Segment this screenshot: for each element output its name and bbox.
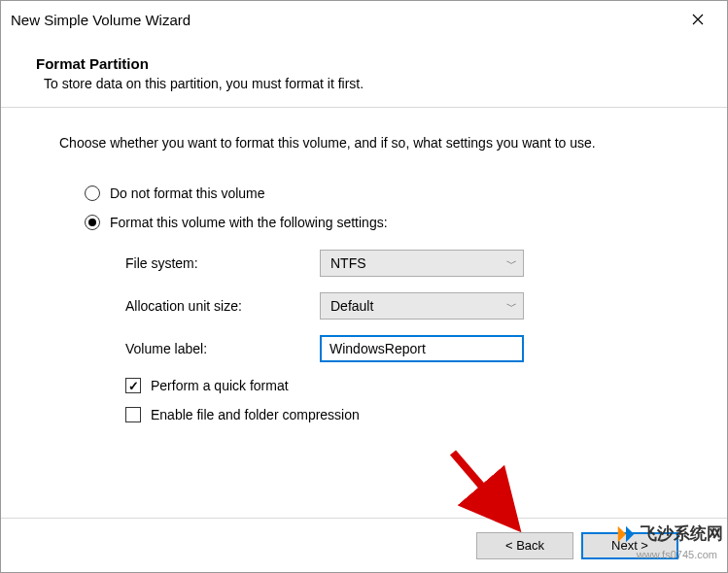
radio-icon	[85, 185, 100, 201]
format-radio-group: Do not format this volume Format this vo…	[85, 185, 692, 230]
page-subtitle: To store data on this partition, you mus…	[44, 76, 692, 91]
window-title: New Simple Volume Wizard	[11, 12, 191, 28]
wizard-header: Format Partition To store data on this p…	[1, 38, 727, 107]
allocation-row: Allocation unit size: Default ﹀	[125, 292, 692, 320]
close-button[interactable]	[678, 5, 717, 34]
quick-format-label: Perform a quick format	[151, 378, 289, 393]
radio-icon-checked	[85, 215, 100, 230]
compression-label: Enable file and folder compression	[151, 407, 360, 422]
allocation-value: Default	[330, 298, 373, 314]
chevron-down-icon: ﹀	[506, 299, 517, 314]
checkbox-icon	[125, 407, 141, 422]
page-title: Format Partition	[36, 55, 692, 72]
format-settings: File system: NTFS ﹀ Allocation unit size…	[125, 250, 692, 362]
file-system-select[interactable]: NTFS ﹀	[320, 250, 524, 277]
wizard-content: Choose whether you want to format this v…	[1, 108, 727, 422]
titlebar: New Simple Volume Wizard	[1, 1, 727, 38]
radio-label: Do not format this volume	[110, 185, 265, 201]
wizard-button-bar: < Back Next >	[1, 518, 727, 572]
next-button[interactable]: Next >	[581, 532, 678, 559]
quick-format-checkbox[interactable]: Perform a quick format	[125, 378, 692, 393]
volume-label-label: Volume label:	[125, 341, 320, 356]
allocation-select[interactable]: Default ﹀	[320, 292, 524, 320]
chevron-down-icon: ﹀	[506, 256, 517, 271]
back-button[interactable]: < Back	[476, 532, 573, 559]
volume-label-row: Volume label:	[125, 335, 692, 362]
file-system-row: File system: NTFS ﹀	[125, 250, 692, 277]
svg-line-1	[453, 453, 511, 521]
checkbox-icon-checked	[125, 378, 141, 393]
format-options: Perform a quick format Enable file and f…	[125, 378, 692, 422]
radio-no-format[interactable]: Do not format this volume	[85, 185, 692, 201]
radio-format-with-settings[interactable]: Format this volume with the following se…	[85, 215, 692, 230]
file-system-value: NTFS	[330, 255, 366, 271]
allocation-label: Allocation unit size:	[125, 298, 320, 314]
volume-label-input[interactable]	[320, 335, 524, 362]
radio-label: Format this volume with the following se…	[110, 215, 388, 230]
close-icon	[692, 14, 704, 25]
file-system-label: File system:	[125, 255, 320, 271]
instruction-text: Choose whether you want to format this v…	[59, 135, 692, 151]
compression-checkbox[interactable]: Enable file and folder compression	[125, 407, 692, 422]
